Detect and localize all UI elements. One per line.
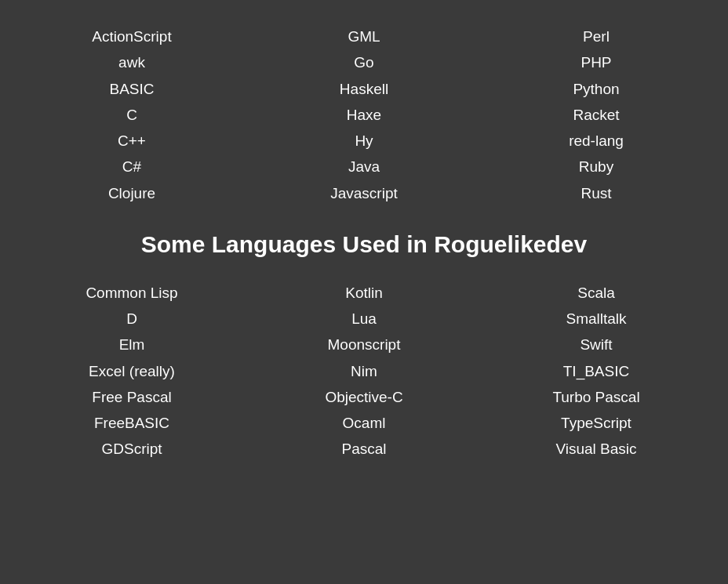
language-item: Hy — [355, 128, 373, 154]
language-item: C# — [122, 154, 141, 180]
language-item: Excel (really) — [89, 358, 175, 384]
language-item: C — [126, 102, 137, 128]
language-item: Kotlin — [345, 280, 383, 306]
language-item: Swift — [580, 332, 612, 357]
language-item: awk — [118, 49, 145, 75]
languages-section-1: ActionScriptawkBASICCC++C#Clojure GMLGoH… — [0, 16, 728, 214]
language-item: Turbo Pascal — [552, 384, 639, 410]
language-item: Lua — [351, 306, 377, 332]
language-item: red-lang — [569, 128, 624, 154]
language-item: Go — [354, 49, 373, 75]
language-item: GDScript — [101, 436, 162, 462]
language-item: Java — [348, 154, 380, 180]
language-item: Pascal — [341, 436, 386, 462]
language-item: Ruby — [579, 154, 613, 180]
language-item: TI_BASIC — [563, 358, 629, 384]
language-item: Elm — [119, 332, 145, 357]
col3-section1: PerlPHPPythonRacketred-langRubyRust — [480, 24, 712, 206]
col3-section2: ScalaSmalltalkSwiftTI_BASICTurbo PascalT… — [480, 280, 712, 462]
section-heading: Some Languages Used in Roguelikedev — [0, 214, 728, 272]
language-item: Racket — [573, 102, 619, 128]
language-item: Common Lisp — [86, 280, 177, 306]
language-item: Free Pascal — [92, 384, 171, 410]
col1-section1: ActionScriptawkBASICCC++C#Clojure — [16, 24, 248, 206]
language-item: Javascript — [330, 180, 398, 206]
language-item: BASIC — [109, 76, 154, 102]
language-item: Haxe — [347, 102, 381, 128]
col2-section2: KotlinLuaMoonscriptNimObjective-COcamlPa… — [248, 280, 480, 462]
language-item: Rust — [581, 180, 611, 206]
language-item: GML — [348, 24, 380, 49]
language-item: PHP — [581, 49, 611, 75]
language-item: Moonscript — [328, 332, 401, 357]
language-item: Clojure — [108, 180, 155, 206]
language-item: C++ — [118, 128, 146, 154]
language-item: Haskell — [340, 76, 388, 102]
language-item: Smalltalk — [566, 306, 626, 332]
languages-section-2: Common LispDElmExcel (really)Free Pascal… — [0, 272, 728, 470]
language-item: ActionScript — [92, 24, 171, 49]
language-item: Nim — [351, 358, 377, 384]
col2-section1: GMLGoHaskellHaxeHyJavaJavascript — [248, 24, 480, 206]
language-item: Perl — [583, 24, 610, 49]
language-item: D — [126, 306, 137, 332]
language-item: Objective-C — [325, 384, 402, 410]
language-item: TypeScript — [561, 410, 632, 436]
language-item: Visual Basic — [555, 436, 636, 462]
col1-section2: Common LispDElmExcel (really)Free Pascal… — [16, 280, 248, 462]
language-item: Scala — [577, 280, 615, 306]
language-item: Python — [573, 76, 619, 102]
language-item: FreeBASIC — [94, 410, 169, 436]
language-item: Ocaml — [343, 410, 386, 436]
